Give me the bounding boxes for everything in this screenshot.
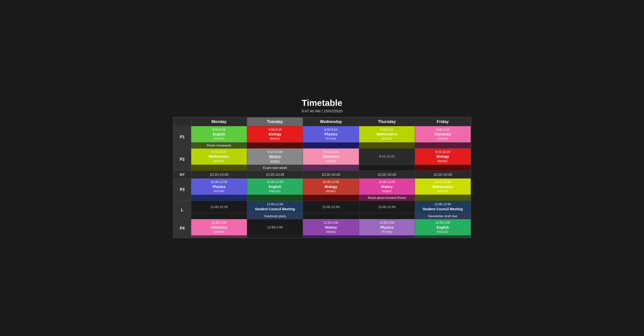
p2-label: P2: [173, 148, 191, 170]
page-title: Timetable: [173, 98, 471, 108]
p1-monday: 8:00-9:10 English ENG101: [191, 126, 247, 142]
p3-tuesday-note: [247, 195, 303, 201]
mt-row: MT 10:20-10:45 10:20-10:45 10:20-10:45 1…: [173, 171, 471, 178]
p2-monday: 9:10-10:20 Mathematics MAT201: [191, 148, 247, 165]
p1-friday-note: [415, 142, 471, 148]
p3-thursday: 10:45-12:05 History HIS601: [359, 178, 415, 195]
p2-notes-row: Exam next week: [173, 165, 471, 171]
p2-thursday: 9:10-10:20: [359, 148, 415, 165]
l-wednesday: 12:05-12:50: [303, 201, 359, 213]
mt-thursday: 10:20-10:45: [359, 171, 415, 178]
p1-notes-row: Finish homework: [173, 142, 471, 148]
p1-tuesday-code: BIO501: [248, 137, 302, 141]
page-subtitle: 9:47:40 AM | 25/02/2020: [173, 109, 471, 113]
p1-thursday-time: 8:00-9:10: [360, 128, 414, 132]
l-notes-row: Yearbook plans Newsletter draft due: [173, 213, 471, 219]
p1-tuesday-note: [247, 142, 303, 148]
p1-class-row: P1 8:00-9:10 English ENG101 8:00-9:10 Bi…: [173, 126, 471, 142]
header-row: Monday Tuesday Wednesday Thursday Friday: [173, 117, 471, 126]
l-tuesday: 12:05-12:50 Student Council Meeting: [247, 201, 303, 213]
p3-tuesday: 10:45-12:05 English ENG101: [247, 178, 303, 195]
p1-wednesday-time: 8:00-9:10: [304, 128, 358, 132]
p4-tuesday-note: [247, 236, 303, 238]
p1-wednesday-code: PHY301: [304, 137, 358, 141]
header-friday: Friday: [415, 117, 471, 126]
header-empty: [173, 117, 191, 126]
p2-wednesday: 9:10-10:20 Chemistry CHE401: [303, 148, 359, 165]
l-friday: 12:05-12:50 Student Council Meeting: [415, 201, 471, 213]
p1-friday: 8:00-9:10 Chemistry CHE401: [415, 126, 471, 142]
p1-monday-note: Finish homework: [191, 142, 247, 148]
l-friday-note: Newsletter draft due: [415, 213, 471, 219]
p4-notes-row: [173, 236, 471, 238]
p4-wednesday-note: [303, 236, 359, 238]
p1-tuesday: 8:00-9:10 Biology BIO501: [247, 126, 303, 142]
p1-thursday-code: MAT201: [360, 137, 414, 141]
p3-class-row: P3 10:45-12:05 Physics PHY301 10:45-12:0…: [173, 178, 471, 195]
p1-wednesday: 8:00-9:10 Physics PHY301: [303, 126, 359, 142]
p2-tuesday: 9:10-10:20 History HIS601: [247, 148, 303, 165]
p4-thursday-note: [359, 236, 415, 238]
l-monday-note: [191, 213, 247, 219]
mt-wednesday: 10:20-10:45: [303, 171, 359, 178]
p2-tuesday-note: Exam next week: [247, 165, 303, 171]
p3-thursday-note: Read about Ancient Rome: [359, 195, 415, 201]
p1-tuesday-subject: Biology: [248, 132, 302, 137]
p4-class-row: P4 12:50-2:00 Chemistry CHE401 12:50-2:0…: [173, 219, 471, 236]
timetable-container: Timetable 9:47:40 AM | 25/02/2020 Monday…: [173, 98, 471, 238]
p3-friday: 10:45-12:05 Mathematics MAT201: [415, 178, 471, 195]
l-tuesday-note: Yearbook plans: [247, 213, 303, 219]
mt-monday: 10:20-10:45: [191, 171, 247, 178]
p2-friday: 9:10-10:20 Biology BIO501: [415, 148, 471, 165]
p4-tuesday: 12:50-2:00: [247, 219, 303, 236]
p3-monday: 10:45-12:05 Physics PHY301: [191, 178, 247, 195]
p2-wednesday-note: [303, 165, 359, 171]
p3-wednesday: 10:45-12:05 Biology BIO501: [303, 178, 359, 195]
p3-monday-note: [191, 195, 247, 201]
p1-thursday-subject: Mathematics: [360, 132, 414, 137]
p1-label: P1: [173, 126, 191, 148]
p1-friday-subject: Chemistry: [416, 132, 470, 137]
l-wednesday-note: [303, 213, 359, 219]
p1-wednesday-subject: Physics: [304, 132, 358, 137]
header-monday: Monday: [191, 117, 247, 126]
p4-monday-note: [191, 236, 247, 238]
header-wednesday: Wednesday: [303, 117, 359, 126]
p1-thursday: 8:00-9:10 Mathematics MAT201: [359, 126, 415, 142]
p4-thursday: 12:50-2:00 Physics PHY301: [359, 219, 415, 236]
p2-class-row: P2 9:10-10:20 Mathematics MAT201 9:10-10…: [173, 148, 471, 165]
p1-friday-code: CHE401: [416, 137, 470, 141]
p4-label: P4: [173, 219, 191, 238]
p3-wednesday-note: [303, 195, 359, 201]
p3-notes-row: Read about Ancient Rome: [173, 195, 471, 201]
l-thursday-note: [359, 213, 415, 219]
p4-friday-note: [415, 236, 471, 238]
mt-tuesday: 10:20-10:45: [247, 171, 303, 178]
header-tuesday: Tuesday: [247, 117, 303, 126]
timetable: Monday Tuesday Wednesday Thursday Friday…: [173, 117, 471, 238]
p1-wednesday-note: [303, 142, 359, 148]
p1-monday-code: ENG101: [192, 137, 246, 141]
p1-monday-time: 8:00-9:10: [192, 128, 246, 132]
p2-monday-note: [191, 165, 247, 171]
p2-thursday-note: [359, 165, 415, 171]
l-monday: 12:05-12:50: [191, 201, 247, 213]
p4-friday: 12:50-2:00 English ENG101: [415, 219, 471, 236]
l-thursday: 12:05-12:50: [359, 201, 415, 213]
l-class-row: L 12:05-12:50 12:05-12:50 Student Counci…: [173, 201, 471, 213]
p4-wednesday: 12:50-2:00 History HIS601: [303, 219, 359, 236]
l-label: L: [173, 201, 191, 219]
p1-monday-subject: English: [192, 132, 246, 137]
p1-thursday-note: [359, 142, 415, 148]
header-thursday: Thursday: [359, 117, 415, 126]
p1-friday-time: 8:00-9:10: [416, 128, 470, 132]
p3-label: P3: [173, 178, 191, 201]
mt-label: MT: [173, 171, 191, 178]
mt-friday: 10:20-10:45: [415, 171, 471, 178]
p4-monday: 12:50-2:00 Chemistry CHE401: [191, 219, 247, 236]
p3-friday-note: [415, 195, 471, 201]
p2-friday-note: [415, 165, 471, 171]
p1-tuesday-time: 8:00-9:10: [248, 128, 302, 132]
